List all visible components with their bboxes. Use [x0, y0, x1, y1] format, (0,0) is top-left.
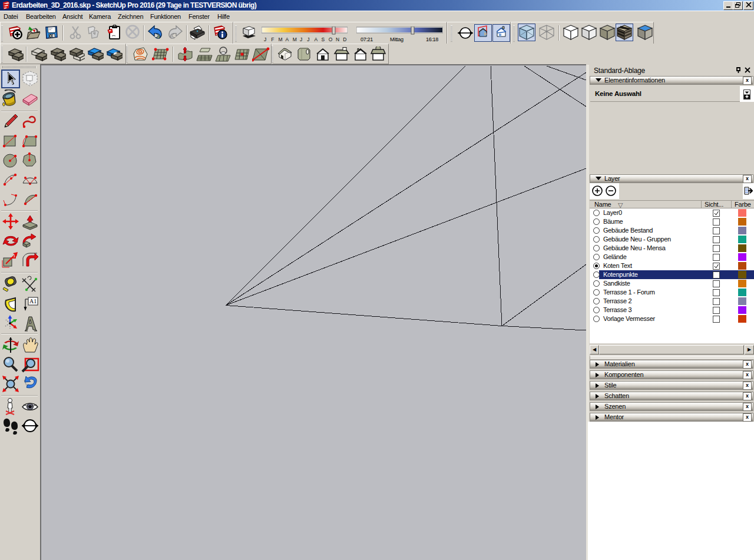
svg-text:A1: A1 — [29, 298, 37, 304]
